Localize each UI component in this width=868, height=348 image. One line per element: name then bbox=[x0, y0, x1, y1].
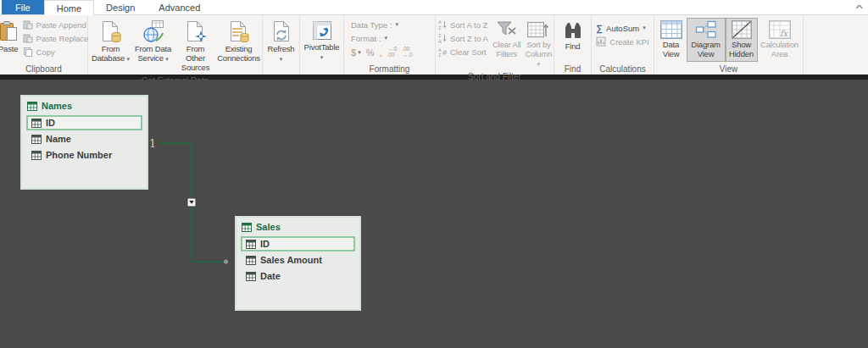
tab-design[interactable]: Design bbox=[94, 0, 147, 14]
field-icon bbox=[246, 256, 256, 265]
clear-sort-button[interactable]: AZ Clear Sort bbox=[436, 45, 490, 58]
autosum-icon: ∑ bbox=[596, 23, 603, 33]
copy-icon bbox=[23, 47, 33, 57]
thousands-separator-button[interactable]: , bbox=[379, 47, 381, 58]
svg-text:Z: Z bbox=[438, 33, 442, 38]
relationship-handle[interactable] bbox=[187, 198, 196, 207]
dropdown-icon: ▾ bbox=[320, 54, 323, 60]
table-names-header[interactable]: Names bbox=[22, 97, 147, 114]
group-refresh: Refresh▾ bbox=[263, 15, 300, 75]
calculation-area-button[interactable]: fx Calculation Area bbox=[758, 18, 802, 62]
table-icon bbox=[27, 102, 37, 111]
dropdown-icon: ▾ bbox=[280, 56, 282, 62]
field-names-id[interactable]: ID bbox=[26, 115, 142, 130]
powerpivot-window: File Home Design Advanced ^ Past bbox=[0, 0, 868, 348]
create-kpi-icon bbox=[596, 36, 606, 47]
relationship-many-marker bbox=[224, 259, 228, 263]
group-sort-and-filter: AZ Sort A to Z ZA Sort Z to A AZ bbox=[436, 15, 554, 75]
existing-connections-button[interactable]: Existing Connections bbox=[217, 18, 261, 66]
clear-all-filters-button[interactable]: Clear AllFilters bbox=[490, 18, 523, 62]
group-find: Find Find bbox=[554, 15, 592, 75]
sort-z-to-a-button[interactable]: ZA Sort Z to A bbox=[436, 31, 490, 45]
group-pivottable: PivotTable▾ bbox=[300, 15, 344, 75]
ribbon: Paste Paste Append Paste Replace bbox=[0, 15, 868, 75]
field-icon bbox=[31, 119, 42, 128]
diagram-view-icon bbox=[695, 20, 717, 39]
autosum-button[interactable]: ∑ AutoSum ▾ bbox=[593, 21, 651, 35]
sort-az-icon: AZ bbox=[438, 19, 447, 30]
svg-text:A: A bbox=[438, 39, 442, 44]
from-data-service-icon bbox=[142, 20, 164, 43]
diagram-view-button[interactable]: Diagram View bbox=[687, 18, 726, 62]
currency-format-button[interactable]: $ ▾ bbox=[351, 47, 361, 58]
from-database-button[interactable]: From Database ▾ bbox=[90, 18, 132, 66]
format-dropdown[interactable]: Format : ▾ bbox=[351, 31, 435, 45]
field-icon bbox=[31, 151, 42, 160]
collapse-ribbon-icon: ^ bbox=[855, 3, 863, 12]
table-icon bbox=[242, 223, 252, 232]
group-label-clipboard: Clipboard bbox=[0, 64, 87, 75]
field-icon bbox=[31, 135, 42, 144]
field-icon bbox=[246, 240, 256, 249]
table-sales-header[interactable]: Sales bbox=[236, 218, 359, 235]
copy-button[interactable]: Copy bbox=[20, 45, 92, 58]
svg-text:Z: Z bbox=[438, 52, 442, 57]
sort-by-column-button[interactable]: Sort byColumn ▾ bbox=[523, 18, 554, 71]
group-label-view: View bbox=[654, 64, 803, 75]
field-sales-id[interactable]: ID bbox=[241, 236, 355, 251]
paste-button[interactable]: Paste bbox=[0, 18, 20, 57]
clear-sort-icon: AZ bbox=[438, 47, 447, 57]
svg-text:Z: Z bbox=[438, 25, 442, 30]
group-view: Data View Diagram View bbox=[654, 15, 804, 75]
from-other-sources-button[interactable]: From Other Sources bbox=[175, 18, 217, 75]
dropdown-icon: ▾ bbox=[165, 56, 168, 62]
data-view-button[interactable]: Data View bbox=[656, 18, 687, 62]
data-view-icon bbox=[660, 20, 682, 39]
sort-by-column-icon bbox=[527, 20, 549, 39]
show-hidden-button[interactable]: Show Hidden bbox=[726, 18, 758, 62]
find-icon bbox=[563, 20, 583, 41]
increase-decimal-button[interactable]: →.0 .00 bbox=[387, 47, 397, 58]
paste-replace-icon bbox=[23, 33, 33, 43]
field-sales-sales-amount[interactable]: Sales Amount bbox=[241, 252, 355, 268]
paste-icon bbox=[0, 20, 19, 43]
diagram-table-sales[interactable]: Sales ID Sales Amount Date bbox=[235, 216, 361, 311]
show-hidden-icon bbox=[732, 20, 752, 39]
percent-format-button[interactable]: % bbox=[366, 47, 375, 58]
data-type-dropdown[interactable]: Data Type : ▾ bbox=[351, 18, 435, 31]
pivottable-icon bbox=[312, 20, 332, 41]
refresh-button[interactable]: Refresh▾ bbox=[264, 18, 299, 66]
existing-connections-icon bbox=[228, 20, 250, 43]
group-formatting: Data Type : ▾ Format : ▾ $ ▾ % bbox=[344, 15, 436, 75]
decrease-decimal-button[interactable]: .00 →.0 bbox=[402, 47, 412, 58]
create-kpi-button[interactable]: Create KPI bbox=[593, 35, 651, 48]
from-other-sources-icon bbox=[185, 20, 207, 43]
find-button[interactable]: Find bbox=[556, 18, 590, 54]
pivottable-button[interactable]: PivotTable▾ bbox=[301, 18, 343, 64]
from-database-icon bbox=[100, 20, 122, 43]
group-label-refresh bbox=[263, 66, 299, 75]
group-clipboard: Paste Paste Append Paste Replace bbox=[0, 15, 88, 75]
group-label-pivottable bbox=[300, 64, 343, 75]
refresh-icon bbox=[271, 20, 292, 43]
tab-file[interactable]: File bbox=[2, 0, 44, 14]
paste-replace-button[interactable]: Paste Replace bbox=[20, 31, 92, 45]
from-data-service-button[interactable]: From Data Service ▾ bbox=[132, 18, 175, 66]
sort-a-to-z-button[interactable]: AZ Sort A to Z bbox=[436, 18, 490, 31]
field-names-phone-number[interactable]: Phone Number bbox=[26, 147, 142, 163]
svg-text:fx: fx bbox=[780, 29, 789, 38]
paste-append-icon bbox=[23, 19, 33, 30]
dropdown-icon: ▾ bbox=[358, 49, 361, 56]
paste-append-button[interactable]: Paste Append bbox=[20, 18, 92, 31]
diagram-table-names[interactable]: Names ID Name Phone Number bbox=[20, 95, 148, 190]
field-sales-date[interactable]: Date bbox=[241, 268, 355, 284]
tab-home[interactable]: Home bbox=[44, 0, 94, 15]
field-icon bbox=[246, 272, 256, 281]
collapse-ribbon-button[interactable]: ^ bbox=[855, 0, 863, 14]
field-names-name[interactable]: Name bbox=[26, 131, 142, 146]
ribbon-tab-bar: File Home Design Advanced ^ bbox=[0, 0, 868, 15]
dropdown-icon: ▾ bbox=[643, 25, 646, 31]
calculation-area-icon: fx bbox=[769, 20, 791, 39]
tab-advanced[interactable]: Advanced bbox=[147, 0, 212, 14]
group-get-external-data: From Database ▾ From Data Service bbox=[88, 15, 263, 75]
